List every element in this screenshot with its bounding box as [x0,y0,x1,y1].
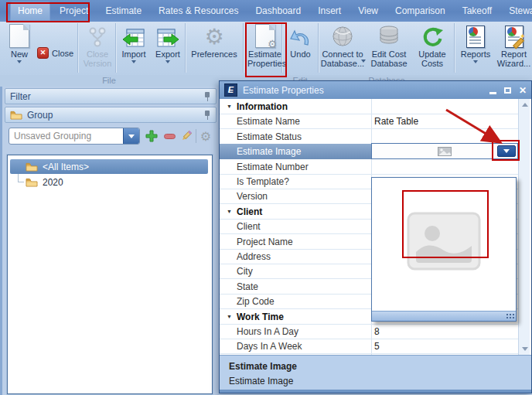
dialog-title: Estimate Properties [243,85,324,96]
grouping-combo[interactable]: Unsaved Grouping [9,128,140,145]
gear-icon: ⚙ [204,26,223,48]
application-window: Home Project Estimate Rates & Resources … [0,0,532,395]
close-button[interactable]: ✕ Close [37,47,73,59]
ribbon-toolbar: New ✕ Close Close Version [0,22,532,76]
close-red-x-icon: ✕ [37,47,49,59]
property-description-panel: Estimate Image Estimate Image [220,355,531,390]
dropdown-arrow-icon [17,60,22,63]
reports-button[interactable]: Reports [457,22,494,73]
close-icon[interactable]: ✕ [519,86,527,95]
property-row-hours-in-a-day[interactable]: Hours In A Day 8 [220,324,518,339]
estimate-properties-button[interactable]: ⚙ Estimate Properties [247,22,282,73]
ribbon-tab-bar: Home Project Estimate Rates & Resources … [0,0,532,22]
property-value[interactable]: 8 [374,326,380,337]
group-separator [115,23,116,73]
description-title: Estimate Image [229,361,531,372]
tree-item-2020[interactable]: 2020 [10,175,208,189]
undo-button[interactable]: Undo [284,22,317,73]
dialog-bottom-edge [220,390,531,393]
resize-grip-icon[interactable] [506,313,514,319]
estimate-app-logo-icon: E [224,83,237,97]
edit-cost-database-button[interactable]: Edit Cost Database [367,22,411,73]
dropdown-arrow-icon [473,60,478,63]
group-separator [185,23,186,73]
vertical-scrollbar[interactable] [518,99,530,355]
section-row-information[interactable]: ▼ Information [220,99,518,114]
property-row-estimate-number[interactable]: Estimate Number [220,159,518,175]
tree-item-label: <All Items> [43,162,89,172]
dropdown-arrow-icon [131,60,136,63]
estimate-image-editor[interactable] [371,143,518,159]
report-wizard-button[interactable]: ✦ Report Wizard... [496,22,532,73]
dialog-title-bar[interactable]: E Estimate Properties ✕ [220,81,531,99]
toolbar-separator [196,129,196,143]
collapse-triangle-icon[interactable]: ▼ [227,314,232,319]
edit-grouping-button[interactable] [179,129,194,143]
scroll-up-icon[interactable] [522,103,528,107]
grouping-settings-button[interactable]: ⚙ [198,129,213,143]
remove-grouping-button[interactable] [162,129,177,143]
popup-resize-bar[interactable] [372,311,516,321]
import-button[interactable]: Import [117,22,151,73]
undo-arrow-icon [289,28,312,48]
export-button[interactable]: Export [152,22,184,73]
tab-takeoff[interactable]: Takeoff [455,2,499,20]
property-grid: ▼ Information Estimate Name Rate Table E… [220,99,530,355]
description-text: Estimate Image [229,376,531,386]
tree-item-label: 2020 [43,177,63,188]
gear-icon: ⚙ [200,129,211,144]
plus-icon [145,130,158,142]
tab-estimate[interactable]: Estimate [98,2,148,20]
group-header[interactable]: Group [5,107,217,123]
filter-header[interactable]: Filter [5,88,217,104]
collapse-triangle-icon[interactable]: ▼ [227,104,232,109]
image-placeholder-icon [407,212,481,271]
refresh-green-icon [421,26,443,48]
image-dropdown-button[interactable] [497,145,516,157]
pin-icon[interactable] [203,111,211,120]
property-row-estimate-name[interactable]: Estimate Name Rate Table [220,114,518,129]
chevron-down-icon[interactable] [123,128,139,144]
minimize-icon[interactable] [489,92,496,94]
update-costs-button[interactable]: Update Costs [412,22,452,73]
globe-icon [331,25,354,48]
image-dropdown-popup [371,177,517,322]
group-title: Group [27,110,53,121]
property-row-days-in-a-week[interactable]: Days In A Week 5 [220,339,518,354]
group-separator [77,23,78,73]
connect-to-database-button[interactable]: Connect to Database... [319,22,366,73]
property-row-estimate-status[interactable]: Estimate Status [220,129,518,145]
tab-project[interactable]: Project [53,2,95,20]
pin-icon[interactable] [203,92,211,101]
tab-comparison[interactable]: Comparison [388,2,452,20]
property-value[interactable]: 5 [374,341,380,352]
tab-view[interactable]: View [351,2,385,20]
scroll-down-icon[interactable] [522,347,528,351]
database-icon [378,25,400,48]
folder-icon [26,178,38,187]
add-grouping-button[interactable] [144,129,159,143]
tab-dashboard[interactable]: Dashboard [248,2,308,20]
tab-home[interactable]: Home [11,2,49,20]
estimate-properties-dialog: E Estimate Properties ✕ ▼ Information Es… [219,80,532,393]
tab-stewart[interactable]: Stewart [502,2,532,20]
preferences-button[interactable]: ⚙ Preferences [188,22,240,73]
gear-icon: ⚙ [268,39,278,49]
grouping-combo-value: Unsaved Grouping [14,131,91,141]
maximize-icon[interactable] [504,87,511,94]
document-gear-icon: ⚙ [255,24,275,48]
minus-icon [164,134,176,139]
report-pie-icon [466,26,485,48]
group-tree: <All Items> 2020 [7,155,213,394]
filter-panel: Filter Group Unsaved Grouping [0,87,219,395]
folder-icon [10,111,22,120]
property-value[interactable]: Rate Table [374,116,418,127]
version-branch-icon [88,26,107,48]
tab-rates-resources[interactable]: Rates & Resources [152,2,245,20]
group-separator [318,23,319,73]
tree-item-all-items[interactable]: <All Items> [10,159,208,174]
new-button[interactable]: New [3,22,36,73]
tab-insert[interactable]: Insert [311,2,348,20]
pencil-icon [180,130,193,142]
collapse-triangle-icon[interactable]: ▼ [227,209,232,214]
